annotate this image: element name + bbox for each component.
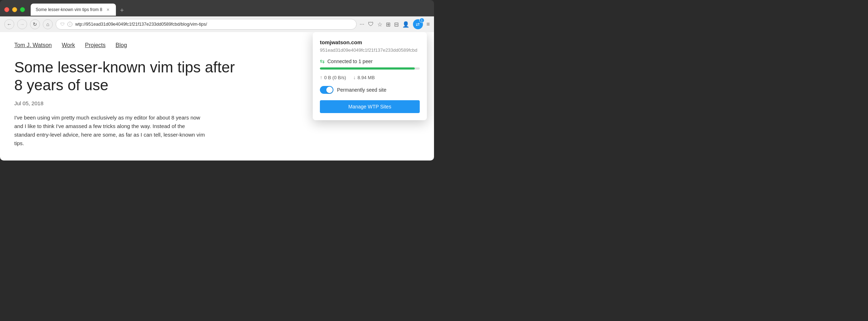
tab-bar: Some lesser-known vim tips from 8 × + (31, 4, 430, 16)
download-icon: ↓ (353, 75, 356, 80)
upload-icon: ↑ (320, 75, 322, 80)
site-navigation: Tom J. Watson Work Projects Blog (14, 42, 356, 49)
address-text[interactable]: wtp://951ead31d09e4049fc1f21f137e233dd05… (75, 22, 352, 27)
popup-stats: ↑ 0 B (0 B/s) ↓ 8.94 MB (320, 75, 420, 80)
share-badge: 1 (419, 18, 424, 23)
tab-title: Some lesser-known vim tips from 8 (36, 7, 102, 12)
reading-list-icon[interactable]: ⊞ (386, 21, 390, 28)
minimize-button[interactable] (12, 7, 17, 12)
seed-label: Permanently seed site (337, 87, 387, 93)
maximize-button[interactable] (20, 7, 25, 12)
manage-wtp-button[interactable]: Manage WTP Sites (320, 100, 420, 113)
back-button[interactable]: ← (4, 19, 14, 29)
nav-brand[interactable]: Tom J. Watson (14, 42, 52, 49)
info-icon: i (67, 22, 72, 27)
upload-value: 0 B (0 B/s) (324, 75, 346, 80)
reader-view-icon[interactable]: ⊟ (394, 21, 399, 28)
share-icon: ⇄ (416, 22, 420, 27)
reload-button[interactable]: ↻ (30, 19, 40, 29)
toolbar-icons: ··· 🛡 ☆ ⊞ ⊟ 👤 ⇄ 1 ≡ (359, 19, 430, 29)
toolbar: ← → ↻ ⌂ 🛡 i wtp://951ead31d09e4049fc1f21… (0, 16, 434, 32)
popup-seed-row: Permanently seed site (320, 86, 420, 94)
popup-domain: tomjwatson.com (320, 39, 420, 45)
shield-icon: 🛡 (60, 22, 65, 27)
download-stat: ↓ 8.94 MB (353, 75, 374, 80)
seed-toggle[interactable] (320, 86, 333, 94)
home-button[interactable]: ⌂ (43, 19, 53, 29)
popup-status: ⇆ Connected to 1 peer (320, 58, 420, 65)
pocket-icon[interactable]: 🛡 (368, 21, 374, 27)
popup-status-text: Connected to 1 peer (327, 58, 373, 64)
post-title: Some lesser-known vim tips after8 years … (14, 58, 356, 95)
progress-bar (320, 67, 420, 70)
post-body: I've been using vim pretty much exclusiv… (14, 113, 207, 148)
profile-icon[interactable]: 👤 (402, 21, 409, 28)
toggle-knob (326, 87, 333, 93)
close-button[interactable] (4, 7, 9, 12)
browser-window: Some lesser-known vim tips from 8 × + ← … (0, 0, 434, 160)
download-value: 8.94 MB (357, 75, 374, 80)
more-button[interactable]: ··· (359, 21, 364, 27)
progress-bar-fill (320, 67, 415, 70)
wtp-popup: tomjwatson.com 951ead31d09e4049fc1f21f13… (313, 32, 427, 120)
nav-link-work[interactable]: Work (62, 42, 75, 49)
traffic-lights (4, 7, 25, 12)
peer-icon: ⇆ (320, 58, 325, 65)
active-tab[interactable]: Some lesser-known vim tips from 8 × (31, 4, 116, 16)
nav-link-projects[interactable]: Projects (85, 42, 106, 49)
popup-hash: 951ead31d09e4049fc1f21f137e233dd0589fcbd (320, 47, 420, 53)
bookmark-button[interactable]: ☆ (377, 21, 382, 28)
tab-close-button[interactable]: × (105, 7, 111, 12)
nav-link-blog[interactable]: Blog (116, 42, 127, 49)
title-bar: Some lesser-known vim tips from 8 × + (0, 0, 434, 16)
new-tab-button[interactable]: + (117, 5, 127, 16)
wtp-share-button[interactable]: ⇄ 1 (413, 19, 423, 29)
forward-button[interactable]: → (17, 19, 27, 29)
post-date: Jul 05, 2018 (14, 100, 356, 106)
menu-button[interactable]: ≡ (427, 21, 430, 27)
page-content: Tom J. Watson Work Projects Blog Some le… (0, 32, 434, 160)
address-bar[interactable]: 🛡 i wtp://951ead31d09e4049fc1f21f137e233… (56, 19, 357, 30)
upload-stat: ↑ 0 B (0 B/s) (320, 75, 346, 80)
